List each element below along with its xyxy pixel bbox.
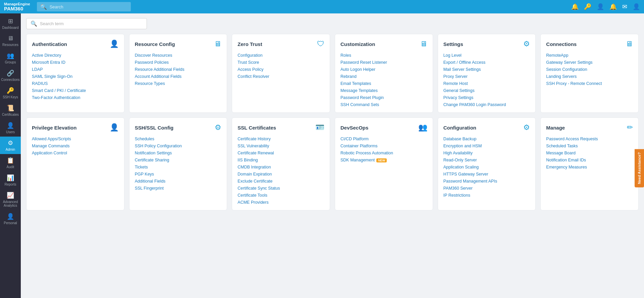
link-smart-card[interactable]: Smart Card / PKI / Certificate [32, 88, 119, 93]
link-certificate-history[interactable]: Certificate History [237, 137, 324, 141]
link-database-backup[interactable]: Database Backup [443, 137, 530, 141]
link-session-configuration[interactable]: Session Configuration [546, 67, 633, 72]
sidebar-item-personal[interactable]: 👤 Personal [0, 210, 21, 228]
link-roles[interactable]: Roles [340, 53, 427, 58]
link-active-directory[interactable]: Active Directory [32, 53, 119, 58]
link-encryption-hsm[interactable]: Encryption and HSM [443, 144, 530, 148]
link-ssl-vulnerability[interactable]: SSL Vulnerability [237, 144, 324, 148]
link-iis-binding[interactable]: IIS Binding [237, 158, 324, 162]
link-export-offline-access[interactable]: Export / Offline Access [443, 60, 530, 65]
link-ssl-fingerprint[interactable]: SSL Fingerprint [135, 186, 222, 191]
link-certificate-sharing[interactable]: Certificate Sharing [135, 158, 222, 162]
link-domain-expiration[interactable]: Domain Expiration [237, 172, 324, 177]
link-gateway-server-settings[interactable]: Gateway Server Settings [546, 60, 633, 65]
sidebar-item-admin[interactable]: ⚙ Admin [0, 137, 21, 154]
link-certificate-tools[interactable]: Certificate Tools [237, 193, 324, 198]
sidebar-item-label: Reports [4, 183, 16, 186]
link-ssh-policy-configuration[interactable]: SSH Policy Configuration [135, 144, 222, 148]
user-icon[interactable]: 👤 [597, 3, 604, 10]
link-exclude-certificate[interactable]: Exclude Certificate [237, 179, 324, 184]
link-log-level[interactable]: Log Level [443, 53, 530, 58]
sidebar-item-certificates[interactable]: 📜 Certificates [0, 102, 21, 119]
link-application-control[interactable]: Application Control [32, 151, 119, 155]
top-search[interactable]: 🔍 [37, 2, 131, 11]
sidebar-item-connections[interactable]: 🔗 Connections [0, 67, 21, 84]
link-password-policies[interactable]: Password Policies [135, 60, 222, 65]
link-certificate-renewal[interactable]: Certificate Renewal [237, 151, 324, 155]
link-password-management-apis[interactable]: Password Management APIs [443, 179, 530, 184]
link-change-password[interactable]: Change PAM360 Login Password [443, 102, 530, 107]
link-two-factor-auth[interactable]: Two-Factor Authentication [32, 95, 119, 100]
link-password-reset-listener[interactable]: Password Reset Listener [340, 60, 427, 65]
top-search-input[interactable] [50, 4, 127, 9]
link-proxy-server[interactable]: Proxy Server [443, 74, 530, 79]
link-sdk-management[interactable]: SDK ManagementNEW [340, 158, 427, 162]
notification-bell-icon[interactable]: 🔔 [571, 3, 579, 10]
link-schedules[interactable]: Schedules [135, 137, 222, 141]
link-emergency-measures[interactable]: Emergency Measures [546, 165, 633, 169]
link-mail-server-settings[interactable]: Mail Server Settings [443, 67, 530, 72]
link-cicd-platform[interactable]: CI/CD Platform [340, 137, 427, 141]
main-search-input[interactable] [40, 21, 143, 26]
link-message-templates[interactable]: Message Templates [340, 88, 427, 93]
sidebar-item-ssh-keys[interactable]: 🔑 SSH Keys [0, 84, 21, 102]
link-account-additional-fields[interactable]: Account Additional Fields [135, 74, 222, 79]
sidebar-item-users[interactable]: 👤 Users [0, 119, 21, 137]
link-pgp-keys[interactable]: PGP Keys [135, 172, 222, 177]
mail-icon[interactable]: ✉ [622, 3, 627, 10]
link-resource-additional-fields[interactable]: Resource Additional Fields [135, 67, 222, 72]
link-read-only-server[interactable]: Read-Only Server [443, 158, 530, 162]
link-auto-logon-helper[interactable]: Auto Logon Helper [340, 67, 427, 72]
link-notification-settings[interactable]: Notification Settings [135, 151, 222, 155]
link-discover-resources[interactable]: Discover Resources [135, 53, 222, 58]
link-access-policy[interactable]: Access Policy [237, 67, 324, 72]
sidebar-item-audit[interactable]: 📋 Audit [0, 154, 21, 171]
link-pam360-server[interactable]: PAM360 Server [443, 186, 530, 191]
link-landing-servers[interactable]: Landing Servers [546, 74, 633, 79]
sidebar-item-resources[interactable]: 🖥 Resources [0, 32, 21, 49]
sidebar-item-advanced-analytics[interactable]: 📈 Advanced Analytics [0, 189, 21, 210]
link-ip-restrictions[interactable]: IP Restrictions [443, 193, 530, 198]
link-high-availability[interactable]: High Availability [443, 151, 530, 155]
link-additional-fields[interactable]: Additional Fields [135, 179, 222, 184]
link-conflict-resolver[interactable]: Conflict Resolver [237, 74, 324, 79]
profile-icon[interactable]: 👤 [633, 3, 640, 10]
link-manage-commands[interactable]: Manage Commands [32, 144, 119, 148]
link-ssh-command-sets[interactable]: SSH Command Sets [340, 102, 427, 107]
link-https-gateway-server[interactable]: HTTPS Gateway Server [443, 172, 530, 177]
link-zt-configuration[interactable]: Configuration [237, 53, 324, 58]
link-radius[interactable]: RADIUS [32, 81, 119, 86]
link-email-templates[interactable]: Email Templates [340, 81, 427, 86]
link-ssh-proxy-remote-connect[interactable]: SSH Proxy - Remote Connect [546, 81, 633, 86]
need-assistance-button[interactable]: Need Assistance? [635, 149, 644, 187]
link-scheduled-tasks[interactable]: Scheduled Tasks [546, 144, 633, 148]
link-remote-app[interactable]: RemoteApp [546, 53, 633, 58]
link-tickets[interactable]: Tickets [135, 165, 222, 169]
link-notification-email-ids[interactable]: Notification Email IDs [546, 158, 633, 162]
link-privacy-settings[interactable]: Privacy Settings [443, 95, 530, 100]
sidebar-item-reports[interactable]: 📊 Reports [0, 171, 21, 189]
link-microsoft-entra-id[interactable]: Microsoft Entra ID [32, 60, 119, 65]
link-password-reset-plugin[interactable]: Password Reset Plugin [340, 95, 427, 100]
link-trust-score[interactable]: Trust Score [237, 60, 324, 65]
link-acme-providers[interactable]: ACME Providers [237, 200, 324, 205]
link-saml-sso[interactable]: SAML Single Sign-On [32, 74, 119, 79]
link-allowed-apps-scripts[interactable]: Allowed Apps/Scripts [32, 137, 119, 141]
main-search-bar[interactable]: 🔍 [26, 18, 147, 29]
alert-icon[interactable]: 🔔 [609, 3, 617, 10]
link-remote-host[interactable]: Remote Host [443, 81, 530, 86]
link-general-settings[interactable]: General Settings [443, 88, 530, 93]
link-application-scaling[interactable]: Application Scaling [443, 165, 530, 169]
link-ldap[interactable]: LDAP [32, 67, 119, 72]
link-password-access-requests[interactable]: Password Access Requests [546, 137, 633, 141]
link-resource-types[interactable]: Resource Types [135, 81, 222, 86]
sidebar-item-groups[interactable]: 👥 Groups [0, 49, 21, 67]
link-certificate-sync-status[interactable]: Certificate Sync Status [237, 186, 324, 191]
link-message-board[interactable]: Message Board [546, 151, 633, 155]
link-rebrand[interactable]: Rebrand [340, 74, 427, 79]
link-container-platforms[interactable]: Container Platforms [340, 144, 427, 148]
link-robotic-process-automation[interactable]: Robotic Process Automation [340, 151, 427, 155]
link-cmdb-integration[interactable]: CMDB Integration [237, 165, 324, 169]
sidebar-item-dashboard[interactable]: ⊞ Dashboard [0, 15, 21, 32]
key-icon[interactable]: 🔑 [584, 3, 591, 10]
